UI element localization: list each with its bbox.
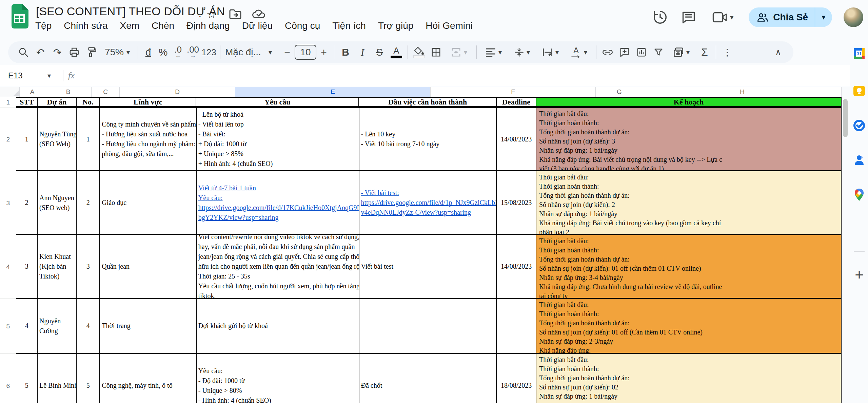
text-rotate-button[interactable]: A ▾ (565, 41, 593, 63)
col-header-c[interactable]: C (92, 87, 120, 97)
cell-tasks-link[interactable]: - Viết bài test: https://drive.google.co… (359, 171, 497, 235)
row-number[interactable]: 2 (0, 108, 16, 171)
cell-deadline[interactable]: 14/08/2023 (497, 235, 536, 299)
header-stt[interactable]: STT (16, 97, 38, 108)
cell-stt[interactable]: 4 (16, 299, 38, 354)
cell-deadline[interactable]: 15/08/2023 (497, 171, 536, 235)
increase-decimal-button[interactable]: .00→ (185, 41, 200, 63)
cell-tasks[interactable]: Viết bài test (359, 235, 497, 299)
header-ke-hoach[interactable]: Kế hoạch (536, 97, 842, 108)
menu-data[interactable]: Dữ liệu (242, 20, 273, 31)
borders-button[interactable] (428, 41, 445, 63)
cell-plan[interactable]: Thời gian bắt đầu: Thời gian hoàn thành:… (536, 299, 842, 354)
header-deadline[interactable]: Deadline (497, 97, 536, 108)
format-percent-button[interactable]: % (156, 41, 171, 63)
sheets-logo-icon[interactable] (10, 4, 28, 28)
avatar[interactable] (844, 7, 863, 27)
menu-view[interactable]: Xem (120, 20, 140, 31)
more-options-icon[interactable]: ⋮ (719, 41, 736, 63)
vertical-scrollbar[interactable] (843, 99, 848, 137)
create-filter-icon[interactable] (650, 41, 667, 63)
header-dau-viec[interactable]: Đầu việc cần hoàn thành (359, 97, 497, 108)
document-title[interactable]: [SEO CONTENT] THEO DÕI DỰ ÁN (36, 5, 225, 18)
insert-link-icon[interactable] (599, 41, 616, 63)
share-caret-icon[interactable]: ▾ (815, 13, 832, 22)
cell-stt[interactable]: 3 (16, 235, 38, 299)
get-addons-icon[interactable]: + (852, 267, 866, 282)
cell-stt[interactable]: 2 (16, 171, 38, 235)
keep-icon[interactable] (852, 84, 866, 98)
cell-deadline[interactable] (497, 299, 536, 354)
header-no[interactable]: No. (77, 97, 100, 108)
cell-project[interactable]: Nguyễn Tùng (SEO Web) (38, 108, 77, 171)
cell-request[interactable]: Yêu cầu: - Độ dài: 1000 từ - Unique > 80… (197, 354, 359, 403)
cell-project[interactable]: Ann Nguyen (SEO web) (38, 171, 77, 235)
cell-deadline[interactable]: 14/08/2023 (497, 108, 536, 171)
italic-button[interactable]: I (354, 41, 371, 63)
strikethrough-button[interactable]: S (371, 41, 388, 63)
cell-no[interactable]: 5 (77, 354, 100, 403)
cell-plan[interactable]: Thời gian bắt đầu: Thời gian hoàn thành:… (536, 171, 842, 235)
cell-field[interactable]: Công ty mình chuyên về sản phẩm - Hương … (100, 108, 197, 171)
cell-field[interactable]: Thời trang (100, 299, 197, 354)
share-button[interactable]: Chia Sẻ ▾ (749, 7, 832, 27)
name-box[interactable]: E13 ▾ (0, 71, 54, 80)
cell-request[interactable]: Đợi khách gửi bộ từ khoá (197, 299, 359, 354)
font-size-input[interactable]: 10 (295, 41, 316, 63)
horizontal-align-button[interactable]: ▾ (479, 41, 508, 63)
row-number[interactable]: 4 (0, 235, 16, 299)
cell-field[interactable]: Giáo dục (100, 171, 197, 235)
format-currency-button[interactable]: đ (141, 41, 156, 63)
insert-chart-icon[interactable] (633, 41, 650, 63)
col-header-d[interactable]: D (120, 87, 235, 97)
col-header-h[interactable]: H (643, 87, 842, 97)
cell-stt[interactable]: 5 (16, 354, 38, 403)
cell-field[interactable]: Quần jean (100, 235, 197, 299)
cell-request[interactable]: Viết content/rewrite nội dung video tikt… (197, 235, 359, 299)
search-icon[interactable] (15, 41, 32, 63)
vertical-align-button[interactable]: ▾ (508, 41, 536, 63)
cell-tasks[interactable] (359, 299, 497, 354)
zoom-control[interactable]: 75% ▾ (100, 41, 135, 63)
undo-icon[interactable]: ↶ (32, 41, 49, 63)
cell-no[interactable]: 1 (77, 108, 100, 171)
insert-comment-icon[interactable] (616, 41, 633, 63)
bold-button[interactable]: B (337, 41, 354, 63)
cell-request[interactable]: - Lên bộ từ khoá - Viết bài lên top - Bà… (197, 108, 359, 171)
cell-tasks[interactable]: Đã chốt (359, 354, 497, 403)
paint-format-icon[interactable] (83, 41, 100, 63)
contacts-icon[interactable] (852, 153, 866, 167)
calendar-icon[interactable]: 31 (852, 47, 866, 60)
row-number[interactable]: 1 (0, 97, 16, 108)
font-family-select[interactable]: Mặc đị... ▾ (223, 41, 274, 63)
cell-project[interactable]: Nguyễn Cường (38, 299, 77, 354)
meet-camera-icon[interactable]: ▾ (709, 9, 737, 26)
col-header-e-selected[interactable]: E (235, 87, 431, 97)
camera-caret-icon[interactable]: ▾ (730, 13, 733, 21)
menu-help[interactable]: Trợ giúp (378, 20, 413, 31)
menu-ask-gemini[interactable]: Hỏi Gemini (426, 20, 472, 31)
header-yeu-cau[interactable]: Yêu cầu (196, 97, 359, 108)
fill-color-button[interactable] (411, 41, 428, 63)
table-tools-button[interactable]: ▾ (667, 41, 696, 63)
functions-button[interactable]: Σ (696, 41, 713, 63)
header-du-an[interactable]: Dự án (38, 97, 76, 108)
hide-toolbar-icon[interactable]: ∧ (770, 41, 787, 63)
menu-edit[interactable]: Chỉnh sửa (64, 20, 107, 31)
menu-format[interactable]: Định dạng (186, 20, 230, 31)
merge-cells-button[interactable]: ▾ (445, 41, 474, 63)
decrease-decimal-button[interactable]: .0← (171, 41, 185, 63)
redo-icon[interactable]: ↷ (49, 41, 66, 63)
cell-no[interactable]: 3 (77, 235, 100, 299)
menu-insert[interactable]: Chèn (152, 20, 174, 31)
comments-icon[interactable] (680, 9, 697, 26)
cell-plan[interactable]: Thời gian bắt đầu: Thời gian hoàn thành:… (536, 354, 842, 403)
cell-project[interactable]: Kien Khuat (Kịch bản Tiktok) (38, 235, 77, 299)
text-color-button[interactable]: A (388, 41, 405, 63)
row-number[interactable]: 6 (0, 354, 16, 403)
menu-file[interactable]: Tệp (35, 20, 52, 31)
version-history-icon[interactable] (652, 9, 669, 26)
select-all-corner[interactable] (0, 87, 20, 97)
cell-stt[interactable]: 1 (16, 108, 38, 171)
print-icon[interactable] (66, 41, 83, 63)
